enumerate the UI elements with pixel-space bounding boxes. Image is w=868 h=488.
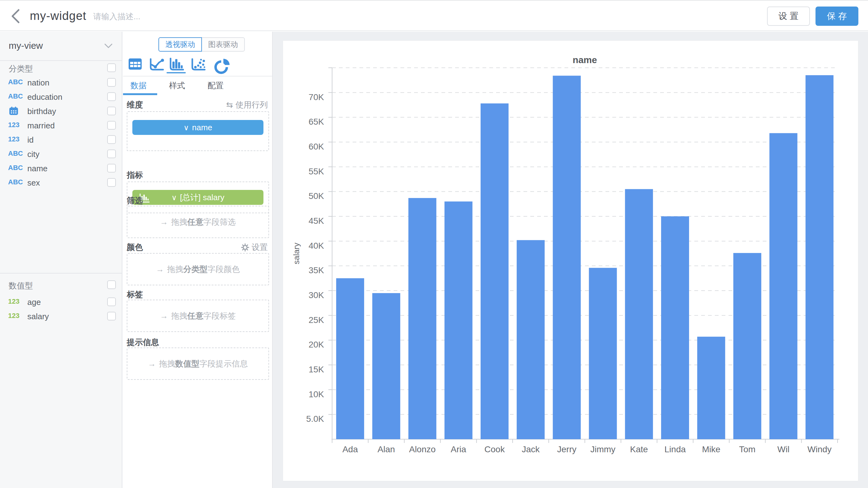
- bar-Windy[interactable]: [806, 75, 834, 439]
- swap-icon: ⇆: [226, 100, 233, 110]
- filter-dropzone[interactable]: →拖拽任意字段筛选: [127, 206, 269, 238]
- text-type-icon: ABC: [8, 164, 23, 172]
- bar-Jerry[interactable]: [553, 75, 581, 439]
- bar-Kate[interactable]: [625, 189, 653, 439]
- field-checkbox[interactable]: [107, 312, 116, 321]
- y-tick-label: 45K: [309, 216, 324, 226]
- field-item-id[interactable]: 123id: [0, 132, 122, 147]
- field-checkbox[interactable]: [107, 78, 116, 87]
- tag-dropzone[interactable]: →拖拽任意字段标签: [127, 300, 269, 332]
- section-label: 分类型: [9, 63, 33, 74]
- numeric-field-list: 123age123salary: [0, 295, 122, 323]
- bar-Aria[interactable]: [444, 202, 472, 439]
- color-dropzone[interactable]: →拖拽分类型字段颜色: [127, 253, 269, 285]
- field-checkbox[interactable]: [107, 106, 116, 115]
- y-tick-label: 25K: [309, 315, 324, 325]
- bar-Linda[interactable]: [661, 216, 689, 439]
- view-selector[interactable]: my-view: [0, 32, 122, 61]
- tab-style[interactable]: 样式: [169, 80, 185, 91]
- tag-section-header: 标签: [127, 289, 269, 300]
- bar-Jack[interactable]: [517, 240, 545, 439]
- field-checkbox[interactable]: [107, 135, 116, 144]
- text-type-icon: ABC: [8, 78, 23, 86]
- filter-label: 筛选: [127, 195, 143, 206]
- section-header-numeric: 数值型: [0, 278, 122, 292]
- field-label: city: [27, 150, 39, 159]
- y-tick-label: 30K: [309, 290, 324, 300]
- metric-section-header: 指标: [127, 170, 269, 181]
- tooltip-dropzone[interactable]: →拖拽数值型字段提示信息: [127, 347, 269, 380]
- field-checkbox[interactable]: [107, 121, 116, 130]
- field-checkbox[interactable]: [107, 164, 116, 173]
- dimension-chip-name[interactable]: ∨name: [132, 120, 264, 135]
- bar-Alan[interactable]: [372, 293, 400, 439]
- bar-chart-icon[interactable]: [169, 58, 184, 73]
- mode-toggle: 透视驱动 图表驱动: [158, 37, 245, 52]
- field-label: birthday: [27, 106, 56, 116]
- field-item-sex[interactable]: ABCsex: [0, 175, 122, 190]
- y-tick-label: 5.0K: [306, 414, 324, 424]
- y-tick-label: 65K: [309, 117, 324, 126]
- bar-Jimmy[interactable]: [589, 268, 617, 439]
- settings-button[interactable]: 设 置: [767, 6, 810, 26]
- bar-Cook[interactable]: [480, 103, 508, 439]
- section-checkbox[interactable]: [107, 63, 116, 72]
- dimension-dropzone[interactable]: ∨name: [127, 111, 269, 151]
- tooltip-label: 提示信息: [127, 337, 159, 348]
- bar-Alonzo[interactable]: [408, 198, 436, 439]
- field-label: nation: [27, 78, 50, 88]
- number-type-icon: 123: [8, 121, 20, 129]
- tab-data[interactable]: 数据: [130, 80, 147, 91]
- description-input[interactable]: [93, 12, 224, 22]
- line-chart-icon[interactable]: [149, 58, 164, 73]
- field-item-age[interactable]: 123age: [0, 295, 122, 309]
- tooltip-section-header: 提示信息: [127, 337, 269, 348]
- field-item-married[interactable]: 123married: [0, 118, 122, 132]
- field-item-salary[interactable]: 123salary: [0, 309, 122, 323]
- chart-type-bar: [127, 57, 258, 77]
- section-header-categorical: 分类型: [0, 61, 122, 75]
- y-axis-title: salary: [292, 243, 301, 264]
- bar-Wil[interactable]: [770, 133, 798, 439]
- field-item-city[interactable]: ABCcity: [0, 147, 122, 161]
- number-type-icon: 123: [8, 135, 20, 143]
- field-checkbox[interactable]: [107, 150, 116, 158]
- tab-config[interactable]: 配置: [208, 80, 224, 91]
- y-tick-label: 60K: [309, 142, 324, 151]
- panel-tabs: 数据 样式 配置: [123, 77, 272, 95]
- top-bar: my-widget 设 置 保 存: [0, 0, 868, 31]
- field-item-nation[interactable]: ABCnation: [0, 75, 122, 90]
- field-item-name[interactable]: ABCname: [0, 161, 122, 175]
- x-tick-label: Mike: [702, 445, 720, 454]
- color-label: 颜色: [127, 242, 143, 253]
- save-button[interactable]: 保 存: [815, 6, 858, 26]
- scatter-chart-icon[interactable]: [191, 58, 206, 73]
- color-settings-link[interactable]: 设置: [241, 242, 268, 253]
- section-checkbox[interactable]: [107, 280, 116, 289]
- field-checkbox[interactable]: [107, 92, 116, 101]
- chart-workspace: name5.0K10K15K20K25K30K35K40K45K50K55K60…: [273, 32, 868, 488]
- field-item-birthday[interactable]: birthday: [0, 104, 122, 118]
- field-item-education[interactable]: ABCeducation: [0, 90, 122, 104]
- mode-pivot-driven[interactable]: 透视驱动: [158, 37, 202, 52]
- field-checkbox[interactable]: [107, 298, 116, 306]
- view-name: my-view: [9, 40, 43, 51]
- x-tick-label: Windy: [807, 445, 832, 454]
- pie-chart-icon[interactable]: [213, 58, 230, 77]
- bar-Ada[interactable]: [336, 278, 364, 439]
- field-checkbox[interactable]: [107, 178, 116, 187]
- mode-chart-driven[interactable]: 图表驱动: [202, 37, 245, 52]
- bar-Mike[interactable]: [697, 337, 725, 439]
- y-tick-label: 50K: [309, 191, 324, 201]
- x-tick-label: Wil: [777, 445, 789, 454]
- section-label: 数值型: [9, 280, 33, 291]
- bar-Tom[interactable]: [733, 253, 761, 439]
- use-rowcol-link[interactable]: ⇆ 使用行列: [226, 99, 268, 110]
- categorical-field-list: ABCnationABCeducationbirthday123married1…: [0, 75, 122, 190]
- table-chart-icon[interactable]: [128, 58, 142, 71]
- y-tick-label: 15K: [309, 365, 324, 374]
- field-label: married: [27, 121, 55, 130]
- sidebar-divider: [0, 273, 122, 274]
- back-button[interactable]: [9, 6, 24, 26]
- number-type-icon: 123: [8, 298, 20, 306]
